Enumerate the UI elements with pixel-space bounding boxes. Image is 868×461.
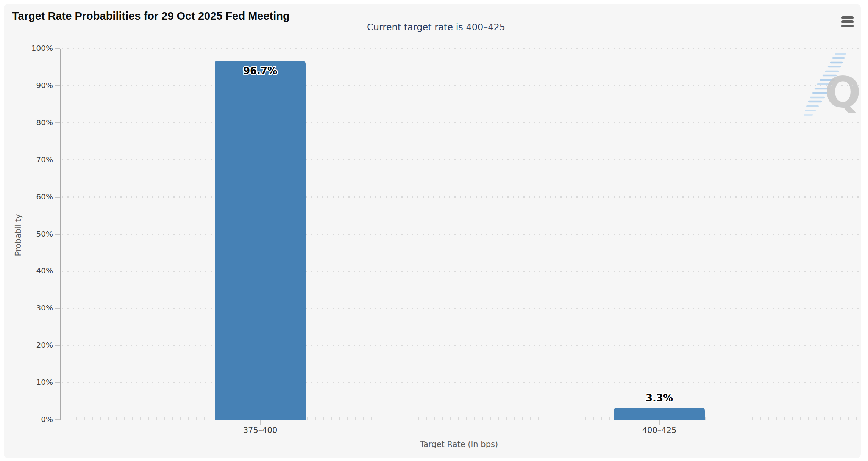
bar-375–400[interactable] [215, 61, 306, 420]
y-axis-tick [55, 197, 60, 198]
y-axis-tick [55, 122, 60, 123]
y-axis-tick-label: 30% [0, 303, 53, 312]
x-axis-title: Target Rate (in bps) [60, 440, 858, 449]
y-axis-tick [55, 48, 60, 49]
y-gridline [62, 48, 859, 49]
chart-subtitle: Current target rate is 400–425 [8, 22, 865, 33]
y-gridline [62, 85, 859, 86]
y-axis-tick [55, 308, 60, 309]
chart-panel: Target Rate Probabilities for 29 Oct 202… [4, 4, 861, 458]
bar-value-label: 96.7% [203, 65, 317, 77]
y-axis-tick-label: 10% [0, 378, 53, 387]
y-axis-tick-label: 100% [0, 44, 53, 53]
x-axis-category-label: 375–400 [203, 426, 317, 435]
y-axis-tick [55, 234, 60, 235]
hamburger-menu-icon [841, 16, 854, 19]
y-gridline [62, 159, 859, 160]
y-gridline [62, 345, 859, 346]
watermark-letter: Q [825, 68, 861, 117]
y-gridline [62, 382, 859, 383]
y-gridline [62, 196, 859, 198]
y-axis-tick-label: 60% [0, 192, 53, 201]
y-gridline [62, 308, 859, 309]
y-axis-tick-label: 40% [0, 266, 53, 275]
y-axis-tick [55, 85, 60, 86]
x-axis-tick [659, 420, 660, 425]
x-axis-category-label: 400–425 [603, 426, 716, 435]
x-axis-tick [260, 420, 261, 425]
chart-title: Target Rate Probabilities for 29 Oct 202… [12, 10, 290, 22]
y-gridline [62, 234, 859, 235]
y-axis-tick-label: 0% [0, 415, 53, 424]
plot-area: Q 0%10%20%30%40%50%60%70%80%90%100%96.7%… [60, 49, 859, 420]
y-gridline [62, 122, 859, 123]
y-axis-tick [55, 382, 60, 383]
y-axis-tick [55, 345, 60, 346]
y-axis-tick-label: 20% [0, 340, 53, 350]
bar-400–425[interactable] [614, 408, 705, 420]
x-axis-minor-ticks [61, 417, 859, 420]
y-axis-tick [55, 160, 60, 160]
y-axis-tick [55, 419, 60, 420]
bar-value-label: 3.3% [603, 392, 716, 404]
y-axis-tick-label: 70% [0, 155, 53, 164]
y-gridline [62, 271, 859, 272]
page: Target Rate Probabilities for 29 Oct 202… [0, 0, 868, 461]
y-axis-tick-label: 80% [0, 118, 53, 127]
y-axis-tick-label: 90% [0, 81, 53, 90]
y-axis-tick-label: 50% [0, 229, 53, 238]
y-axis-tick [55, 271, 60, 271]
